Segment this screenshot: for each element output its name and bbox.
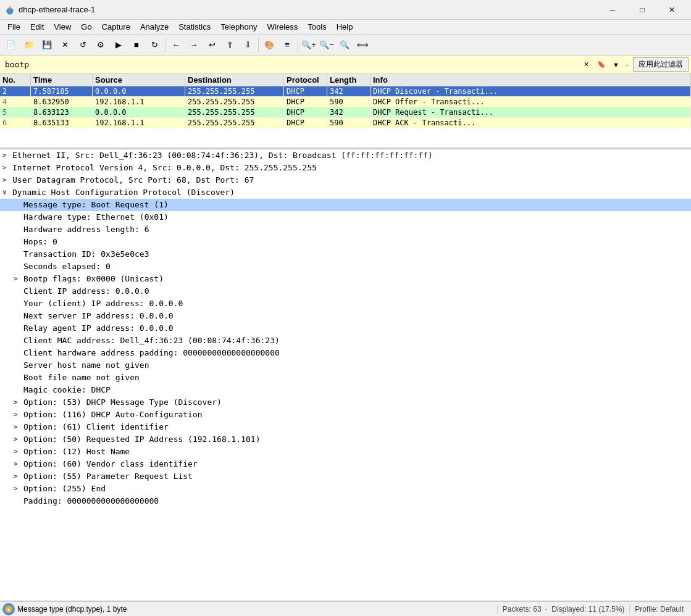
packet-row[interactable]: 68.635133192.168.1.1255.255.255.255DHCP5… — [0, 118, 691, 128]
detail-row-client-hw-padding[interactable]: Client hardware address padding: 0000000… — [0, 347, 691, 359]
menu-item-edit[interactable]: Edit — [25, 20, 49, 34]
detail-row-client-ip[interactable]: Client IP address: 0.0.0.0 — [0, 285, 691, 298]
detail-row-hops[interactable]: Hops: 0 — [0, 236, 691, 248]
expand-icon[interactable]: > — [14, 483, 21, 495]
detail-row-your-ip[interactable]: Your (client) IP address: 0.0.0.0 — [0, 298, 691, 310]
expand-icon[interactable]: > — [2, 149, 10, 162]
detail-row-bootp-flags[interactable]: >Bootp flags: 0x0000 (Unicast) — [0, 273, 691, 285]
packet-row[interactable]: 27.5871850.0.0.0255.255.255.255DHCP342DH… — [0, 86, 691, 97]
go-back-btn[interactable]: ← — [167, 36, 185, 54]
close-button[interactable]: ✕ — [658, 1, 686, 19]
close-file-btn[interactable]: ✕ — [56, 36, 73, 54]
detail-row-boot-file[interactable]: Boot file name not given — [0, 372, 691, 384]
menu-item-go[interactable]: Go — [76, 20, 96, 34]
menu-item-analyze[interactable]: Analyze — [135, 20, 174, 34]
detail-row-option-255[interactable]: >Option: (255) End — [0, 483, 691, 495]
detail-text: Hops: 0 — [23, 236, 57, 248]
detail-pane[interactable]: >Ethernet II, Src: Dell_4f:36:23 (00:08:… — [0, 149, 691, 601]
go-to-packet-btn[interactable]: ↩ — [203, 36, 220, 54]
detail-row-udp[interactable]: >User Datagram Protocol, Src Port: 68, D… — [0, 174, 691, 186]
go-to-first-btn[interactable]: ⇧ — [221, 36, 238, 54]
go-to-last-btn[interactable]: ⇩ — [239, 36, 256, 54]
detail-text: Option: (50) Requested IP Address (192.1… — [23, 433, 261, 446]
detail-row-option-60[interactable]: >Option: (60) Vendor class identifier — [0, 458, 691, 470]
resize-cols-btn[interactable]: ⟺ — [354, 36, 371, 54]
expand-icon[interactable]: > — [2, 174, 10, 186]
packet-cell-dst: 255.255.255.255 — [185, 86, 284, 96]
packet-row[interactable]: 48.632950192.168.1.1255.255.255.255DHCP5… — [0, 97, 691, 107]
detail-row-option-12[interactable]: >Option: (12) Host Name — [0, 446, 691, 458]
filter-input[interactable] — [2, 58, 580, 72]
detail-row-option-55[interactable]: >Option: (55) Parameter Request List — [0, 470, 691, 483]
minimize-button[interactable]: ─ — [598, 1, 627, 19]
packet-row[interactable]: 58.6331230.0.0.0255.255.255.255DHCP342DH… — [0, 107, 691, 118]
menu-item-statistics[interactable]: Statistics — [174, 20, 216, 34]
zoom-in-btn[interactable]: 🔍+ — [300, 36, 317, 54]
menu-bar: FileEditViewGoCaptureAnalyzeStatisticsTe… — [0, 20, 691, 35]
menu-item-capture[interactable]: Capture — [97, 20, 135, 34]
packet-cell-src: 192.168.1.1 — [93, 118, 185, 128]
maximize-button[interactable]: □ — [628, 1, 656, 19]
expand-icon[interactable]: > — [14, 409, 21, 421]
toolbar-separator — [165, 38, 165, 52]
detail-row-magic-cookie[interactable]: Magic cookie: DHCP — [0, 384, 691, 396]
filter-dropdown-btn[interactable]: ▼ — [609, 58, 623, 72]
apply-filter-button[interactable]: 应用此过滤器 — [633, 57, 689, 72]
expand-icon[interactable]: ∨ — [2, 186, 10, 199]
detail-row-option-53[interactable]: >Option: (53) DHCP Message Type (Discove… — [0, 396, 691, 409]
menu-item-help[interactable]: Help — [332, 20, 358, 34]
detail-row-ethernet[interactable]: >Ethernet II, Src: Dell_4f:36:23 (00:08:… — [0, 149, 691, 162]
expand-icon[interactable]: > — [14, 458, 21, 470]
detail-text: Your (client) IP address: 0.0.0.0 — [23, 298, 183, 310]
detail-row-next-server-ip[interactable]: Next server IP address: 0.0.0.0 — [0, 310, 691, 322]
menu-item-tools[interactable]: Tools — [303, 20, 331, 34]
packet-cell-time: 8.632950 — [31, 97, 93, 107]
expand-icon[interactable]: > — [14, 446, 21, 458]
detail-row-padding[interactable]: Padding: 0000000000000000000 — [0, 495, 691, 507]
autoscroll-btn[interactable]: ≡ — [278, 36, 296, 54]
go-forward-btn[interactable]: → — [185, 36, 203, 54]
detail-text: Option: (53) DHCP Message Type (Discover… — [23, 396, 222, 409]
menu-item-wireless[interactable]: Wireless — [262, 20, 303, 34]
filter-clear-btn[interactable]: ✕ — [580, 58, 593, 72]
expand-icon[interactable]: > — [14, 433, 21, 446]
zoom-reset-btn[interactable]: 🔍 — [336, 36, 353, 54]
colorize-btn[interactable]: 🎨 — [261, 36, 278, 54]
packet-list[interactable]: No. Time Source Destination Protocol Len… — [0, 74, 691, 148]
expand-icon[interactable]: > — [14, 273, 21, 285]
detail-row-option-116[interactable]: >Option: (116) DHCP Auto-Configuration — [0, 409, 691, 421]
save-file-btn[interactable]: 💾 — [38, 36, 56, 54]
expand-icon[interactable]: > — [14, 421, 21, 433]
detail-row-option-50[interactable]: >Option: (50) Requested IP Address (192.… — [0, 433, 691, 446]
start-capture-btn[interactable]: ▶ — [110, 36, 127, 54]
detail-text: Internet Protocol Version 4, Src: 0.0.0.… — [12, 162, 317, 174]
detail-row-msg-type[interactable]: Message type: Boot Request (1) — [0, 199, 691, 211]
filter-icons: ✕ 🔖 ▼ + — [580, 58, 630, 72]
detail-row-option-61[interactable]: >Option: (61) Client identifier — [0, 421, 691, 433]
menu-item-view[interactable]: View — [49, 20, 76, 34]
detail-row-seconds[interactable]: Seconds elapsed: 0 — [0, 260, 691, 273]
menu-item-file[interactable]: File — [2, 20, 25, 34]
detail-row-hw-type[interactable]: Hardware type: Ethernet (0x01) — [0, 211, 691, 223]
filter-bookmark-btn[interactable]: 🔖 — [595, 58, 608, 72]
capture-options-btn[interactable]: ⚙ — [92, 36, 109, 54]
svg-marker-1 — [8, 6, 12, 9]
restart-capture-btn[interactable]: ↻ — [146, 36, 163, 54]
detail-row-relay-ip[interactable]: Relay agent IP address: 0.0.0.0 — [0, 322, 691, 335]
zoom-out-btn[interactable]: 🔍− — [318, 36, 335, 54]
expand-icon[interactable]: > — [14, 396, 21, 409]
detail-row-ipv4[interactable]: >Internet Protocol Version 4, Src: 0.0.0… — [0, 162, 691, 174]
detail-row-hw-addr-len[interactable]: Hardware address length: 6 — [0, 223, 691, 236]
expand-icon[interactable]: > — [14, 470, 21, 483]
detail-row-client-mac[interactable]: Client MAC address: Dell_4f:36:23 (00:08… — [0, 335, 691, 347]
reload-btn[interactable]: ↺ — [74, 36, 91, 54]
expand-icon[interactable]: > — [2, 162, 10, 174]
detail-row-dhcp[interactable]: ∨Dynamic Host Configuration Protocol (Di… — [0, 186, 691, 199]
menu-item-telephony[interactable]: Telephony — [216, 20, 262, 34]
packet-cell-len: 590 — [327, 97, 371, 107]
stop-capture-btn[interactable]: ■ — [128, 36, 145, 54]
new-file-btn[interactable]: 📄 — [2, 36, 20, 54]
detail-row-transaction-id[interactable]: Transaction ID: 0x3e5e0ce3 — [0, 248, 691, 260]
detail-row-server-hostname[interactable]: Server host name not given — [0, 359, 691, 372]
open-file-btn[interactable]: 📁 — [20, 36, 38, 54]
